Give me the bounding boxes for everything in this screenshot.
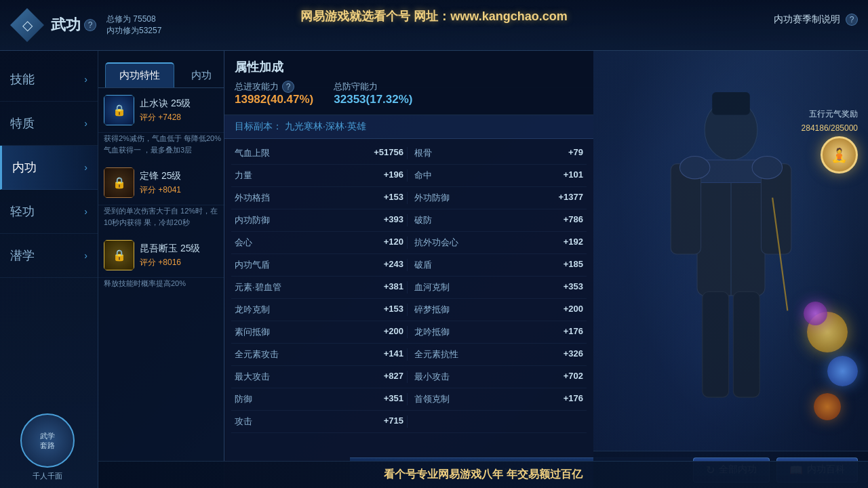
attr-col-left-9: 全元素攻击 +141 xyxy=(231,348,408,361)
attributes-table: 气血上限 +51756 根骨 +79 力量 +196 命中 +101 xyxy=(224,139,593,461)
attr-col-right-7: 碎梦抵御 +200 xyxy=(411,304,587,316)
attr-col-right-10: 最小攻击 +702 xyxy=(411,371,587,383)
attr-val-1-right: +101 xyxy=(564,169,583,182)
bottom-left-badge[interactable]: 武学套路 千人千面 xyxy=(7,413,88,481)
sidebar-skill-label: 技能 xyxy=(10,71,35,87)
attr-val-10-left: +827 xyxy=(384,371,403,383)
attr-val-10-right: +702 xyxy=(564,371,583,383)
attr-row-3: 内功防御 +393 破防 +786 xyxy=(231,209,587,232)
attr-col-left-11: 防御 +351 xyxy=(231,393,408,405)
attr-name-7-right: 碎梦抵御 xyxy=(414,304,450,316)
reward-progress: 284186/285000 xyxy=(802,123,858,133)
sidebar-neigong-label: 内功 xyxy=(12,159,37,176)
sidebar-item-skill[interactable]: 技能 › xyxy=(0,58,98,102)
attr-val-12-left: +715 xyxy=(384,415,403,428)
attr-col-left-7: 龙吟克制 +153 xyxy=(231,304,408,316)
attr-name-4-right: 抗外功会心 xyxy=(414,237,458,249)
notice-help-icon[interactable]: ? xyxy=(846,14,858,26)
skill-item-2[interactable]: 🔒 定锋 25级 评分 +8041 xyxy=(98,161,226,205)
attr-name-2-right: 外功防御 xyxy=(414,192,450,204)
skill-item-1[interactable]: 🔒 止水诀 25级 评分 +7428 xyxy=(98,88,226,133)
total-defense-value: 32353(17.32%) xyxy=(334,93,412,106)
attr-val-3-left: +393 xyxy=(384,214,403,226)
bottom-ad-text: 看个号专业网易游戏八年 年交易额过百亿 xyxy=(384,468,582,482)
attr-col-left-1: 力量 +196 xyxy=(231,169,408,182)
skill-desc-1: 获得2%减伤，气血低于 每降低20%气血获得一 ，最多叠加3层 xyxy=(98,133,226,161)
tab-neigong-label: 内功 xyxy=(191,69,212,81)
svg-rect-6 xyxy=(702,292,728,398)
attr-row-0: 气血上限 +51756 根骨 +79 xyxy=(231,142,587,165)
total-attack-help[interactable]: ? xyxy=(282,81,294,93)
attr-header: 属性加成 总进攻能力 ? 13982(40.47%) 总防守能力 32353(1… xyxy=(224,51,593,115)
title-help[interactable]: ? xyxy=(84,19,96,31)
attr-val-0-right: +79 xyxy=(568,147,583,159)
top-stats: 总修为 75508 内功修为53257 xyxy=(106,14,161,37)
attr-col-right-6: 血河克制 +353 xyxy=(411,281,587,293)
badge-circle: 武学套路 xyxy=(20,413,75,468)
attr-row-11: 防御 +351 首领克制 +176 xyxy=(231,388,587,411)
attr-name-11-left: 防御 xyxy=(235,393,252,405)
attr-col-left-2: 外功格挡 +153 xyxy=(231,192,408,204)
attr-name-4-left: 会心 xyxy=(235,237,252,249)
attr-name-1-left: 力量 xyxy=(235,169,252,182)
reward-icon: 🧘 xyxy=(821,136,858,174)
attr-panel: 属性加成 总进攻能力 ? 13982(40.47%) 总防守能力 32353(1… xyxy=(224,51,593,488)
attr-name-6-left: 元素·碧血管 xyxy=(235,281,281,293)
attr-row-9: 全元素攻击 +141 全元素抗性 +326 xyxy=(231,344,587,366)
attr-val-6-left: +381 xyxy=(384,281,403,293)
attr-row-8: 素问抵御 +200 龙吟抵御 +176 xyxy=(231,321,587,344)
attr-name-0-right: 根骨 xyxy=(414,147,432,159)
attr-name-9-left: 全元素攻击 xyxy=(235,348,279,361)
attr-name-1-right: 命中 xyxy=(414,169,432,182)
tab-neigong-traits[interactable]: 内功特性 xyxy=(105,62,174,87)
skill-desc-2: 受到的单次伤害大于自 12%时，在10秒内获得 果，冷却20秒 xyxy=(98,205,226,233)
app-logo: ◇ xyxy=(10,8,44,42)
skill-name-3: 昆吾断玉 25级 xyxy=(140,243,221,255)
total-xiu: 总修为 75508 xyxy=(106,14,161,25)
svg-point-8 xyxy=(679,157,709,179)
skill-icon-2: 🔒 xyxy=(104,167,134,198)
attr-row-2: 外功格挡 +153 外功防御 +1377 xyxy=(231,187,587,209)
attr-name-5-right: 破盾 xyxy=(414,259,432,271)
top-right-notice[interactable]: 内功赛季制说明 ? xyxy=(774,14,858,26)
sidebar-item-qianxue[interactable]: 潜学 › xyxy=(0,234,98,278)
attr-val-2-right: +1377 xyxy=(558,192,583,204)
attr-name-0-left: 气血上限 xyxy=(235,147,270,159)
attr-val-6-right: +353 xyxy=(564,281,583,293)
target-label: 目标副本： xyxy=(235,121,282,131)
main-panel: 内功特性 内功 🔒 止水诀 25级 评分 +7428 获得2%减伤，气血低于 每… xyxy=(98,51,593,488)
attr-val-4-right: +192 xyxy=(564,237,583,249)
attr-val-5-right: +185 xyxy=(564,259,583,271)
attr-target: 目标副本： 九光寒林·深林·英雄 xyxy=(224,115,593,139)
reward-section: 五行元气奖励 284186/285000 🧘 xyxy=(802,108,858,174)
sidebar-item-special[interactable]: 特质 › xyxy=(0,102,98,146)
skill-lock-3: 🔒 xyxy=(104,241,134,270)
attr-name-10-left: 最大攻击 xyxy=(235,371,270,383)
attr-val-1-left: +196 xyxy=(384,169,403,182)
skills-list: 🔒 止水诀 25级 评分 +7428 获得2%减伤，气血低于 每降低20%气血获… xyxy=(98,88,227,488)
reward-label: 五行元气奖励 xyxy=(809,108,858,120)
attr-val-7-right: +200 xyxy=(564,304,583,316)
skill-item-3[interactable]: 🔒 昆吾断玉 25级 评分 +8016 xyxy=(98,233,226,278)
top-advertisement: 网易游戏就选看个号 网址：www.kangchao.com xyxy=(300,8,567,24)
sidebar-special-arrow: › xyxy=(84,118,87,129)
sidebar-item-qinggong[interactable]: 轻功 › xyxy=(0,190,98,234)
attr-panel-title: 属性加成 xyxy=(235,59,583,75)
attr-col-left-12: 攻击 +715 xyxy=(231,415,408,428)
attr-name-6-right: 血河克制 xyxy=(414,281,450,293)
skill-icon-3: 🔒 xyxy=(104,240,134,270)
attr-col-left-10: 最大攻击 +827 xyxy=(231,371,408,383)
attr-col-left-6: 元素·碧血管 +381 xyxy=(231,281,408,293)
total-attack-value: 13982(40.47%) xyxy=(235,93,313,106)
attr-col-right-11: 首领克制 +176 xyxy=(411,393,587,405)
tab-neigong[interactable]: 内功 xyxy=(178,64,225,87)
skill-info-3: 昆吾断玉 25级 评分 +8016 xyxy=(140,243,221,268)
attr-col-left-4: 会心 +120 xyxy=(231,237,408,249)
attr-val-9-left: +141 xyxy=(384,348,403,361)
skill-score-3: 评分 +8016 xyxy=(140,257,221,268)
attr-val-11-left: +351 xyxy=(384,393,403,405)
attr-name-3-right: 破防 xyxy=(414,214,432,226)
attr-row-4: 会心 +120 抗外功会心 +192 xyxy=(231,232,587,254)
sidebar-item-neigong[interactable]: 内功 › xyxy=(0,146,98,190)
attr-totals: 总进攻能力 ? 13982(40.47%) 总防守能力 32353(17.32%… xyxy=(235,81,583,106)
